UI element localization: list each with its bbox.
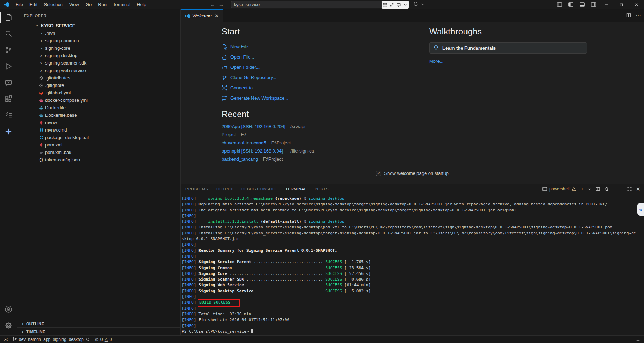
start-link-clone-git-repository[interactable]: Clone Git Repository... <box>222 72 388 83</box>
maven-file-icon <box>38 120 44 126</box>
tree-item-gitignore[interactable]: .gitignore <box>17 82 180 89</box>
expand-arrows-icon[interactable] <box>389 2 394 7</box>
panel-tab-debug-console[interactable]: DEBUG CONSOLE <box>241 184 277 194</box>
maximize-panel-icon[interactable] <box>627 187 632 192</box>
tree-item-mvn[interactable]: ›.mvn <box>17 29 180 37</box>
recent-link[interactable]: backend_tancang <box>222 156 258 162</box>
menu-help[interactable]: Help <box>133 2 149 7</box>
more-actions-icon[interactable]: ··· <box>170 13 176 18</box>
start-link-generate-new-workspace[interactable]: Generate New Workspace... <box>222 93 388 103</box>
tree-item-signing-common[interactable]: ›signing-common <box>17 37 180 44</box>
start-link-open-file[interactable]: Open File... <box>222 52 388 62</box>
recent-link[interactable]: 2090App [SSH: 192.168.0.204] <box>222 124 285 129</box>
menu-edit[interactable]: Edit <box>26 2 40 7</box>
start-link-label: Open Folder... <box>230 65 260 70</box>
toggle-panel-icon[interactable] <box>577 0 588 9</box>
new-terminal-icon[interactable]: + <box>580 186 583 192</box>
tree-item-docker-compose-yml[interactable]: docker-compose.yml <box>17 96 180 104</box>
tab-welcome[interactable]: Welcome ✕ <box>181 9 223 22</box>
start-link-new-file[interactable]: New File... <box>222 42 388 52</box>
bell-icon[interactable] <box>635 337 640 342</box>
search-icon[interactable] <box>0 26 17 42</box>
sync-icon <box>86 337 90 342</box>
tree-item-gitattributes[interactable]: .gitattributes <box>17 74 180 82</box>
toggle-primary-sidebar-icon[interactable] <box>565 0 577 9</box>
account-icon[interactable] <box>0 301 17 317</box>
toggle-secondary-sidebar-icon[interactable] <box>588 0 599 9</box>
show-welcome-checkbox[interactable] <box>376 171 381 176</box>
problems-status[interactable]: ⊘0 △0 <box>95 337 112 342</box>
chat-icon[interactable] <box>0 74 17 91</box>
chevron-down-icon[interactable] <box>588 187 591 191</box>
tree-root[interactable]: ›KYSO_SERVICE <box>17 22 180 29</box>
more-actions-icon[interactable]: ··· <box>635 12 641 19</box>
split-editor-icon[interactable] <box>626 13 631 18</box>
chevron-right-icon: › <box>38 53 44 58</box>
sync-layout-icon[interactable] <box>413 1 419 7</box>
start-link-open-folder[interactable]: Open Folder... <box>222 62 388 72</box>
menu-terminal[interactable]: Terminal <box>110 2 133 7</box>
menu-go[interactable]: Go <box>82 2 95 7</box>
run-debug-icon[interactable] <box>0 58 17 74</box>
minimize-icon[interactable] <box>599 0 614 9</box>
command-center-search[interactable] <box>231 1 382 8</box>
windows-file-icon <box>38 127 44 133</box>
tree-item-signing-scanner-sdk[interactable]: ›signing-scanner-sdk <box>17 59 180 67</box>
settings-gear-icon[interactable] <box>0 317 17 334</box>
tree-item-signing-core[interactable]: ›signing-core <box>17 44 180 52</box>
forward-arrow-icon[interactable]: → <box>219 2 224 7</box>
sidebar-section-outline[interactable]: ›OUTLINE <box>17 320 180 327</box>
lightbulb-icon <box>433 45 439 51</box>
split-terminal-icon[interactable] <box>595 187 600 192</box>
menu-file[interactable]: File <box>12 2 26 7</box>
menu-run[interactable]: Run <box>95 2 110 7</box>
checklist-icon[interactable] <box>0 107 17 123</box>
side-panel-flap[interactable] <box>637 203 644 216</box>
sidebar-section-timeline[interactable]: ›TIMELINE <box>17 327 180 335</box>
panel-tab-output[interactable]: OUTPUT <box>216 184 233 194</box>
back-arrow-icon[interactable]: ← <box>210 2 215 7</box>
source-control-icon[interactable] <box>0 42 17 58</box>
tree-item-pom-xml[interactable]: pom.xml <box>17 141 180 149</box>
customize-layout-icon[interactable] <box>554 0 565 9</box>
tree-item-package-desktop-bat[interactable]: package_desktop.bat <box>17 134 180 141</box>
tree-item-dockerfile[interactable]: Dockerfile <box>17 104 180 111</box>
tree-item-token-config-json[interactable]: {}token-config.json <box>17 156 180 164</box>
grid-icon[interactable] <box>383 2 387 7</box>
panel-tab-terminal[interactable]: TERMINAL <box>285 184 306 194</box>
terminal-instance[interactable]: powershell <box>542 187 577 192</box>
tree-item-gitlab-ci-yml[interactable]: .gitlab-ci.yml <box>17 89 180 96</box>
monitor-icon[interactable] <box>396 2 401 7</box>
tree-item-dockerfile-base[interactable]: Dockerfile.base <box>17 111 180 119</box>
panel-tab-problems[interactable]: PROBLEMS <box>185 184 208 194</box>
terminal-output[interactable]: [INFO] --- spring-boot:3.3.4:repackage (… <box>182 194 643 335</box>
tree-item-mvnw-cmd[interactable]: mvnw.cmd <box>17 126 180 134</box>
sparkle-icon[interactable] <box>0 123 17 140</box>
explorer-icon[interactable] <box>0 9 17 26</box>
recent-link[interactable]: chuyen-doi-tan-cang5 <box>222 140 266 145</box>
more-actions-icon[interactable]: ··· <box>613 186 619 192</box>
remote-indicator[interactable]: >< <box>4 337 7 342</box>
trash-icon[interactable] <box>604 187 609 192</box>
panel-tab-ports[interactable]: PORTS <box>315 184 329 194</box>
start-link-connect-to[interactable]: Connect to... <box>222 83 388 93</box>
more-walkthroughs-link[interactable]: More... <box>429 59 587 64</box>
tree-item-mvnw[interactable]: mvnw <box>17 119 180 126</box>
extensions-icon[interactable] <box>0 91 17 107</box>
terminal-line: [INFO] <box>182 213 643 219</box>
tree-item-signing-desktop[interactable]: ›signing-desktop <box>17 52 180 59</box>
recent-link[interactable]: Project <box>222 132 236 137</box>
recent-link[interactable]: openxpki [SSH: 192.168.0.94] <box>222 148 283 154</box>
menu-view[interactable]: View <box>66 2 82 7</box>
walkthrough-learn-fundamentals[interactable]: Learn the Fundamentals <box>429 42 587 54</box>
tree-item-pom-xml-bak[interactable]: pom.xml.bak <box>17 149 180 156</box>
tree-item-signing-web-service[interactable]: ›signing-web-service <box>17 67 180 74</box>
close-icon[interactable] <box>629 0 644 9</box>
git-branch-status[interactable]: dev_namdh_app_signing_desktop <box>12 337 90 342</box>
menu-selection[interactable]: Selection <box>40 2 66 7</box>
close-tab-icon[interactable]: ✕ <box>214 13 219 18</box>
restore-icon[interactable] <box>614 0 629 9</box>
close-panel-icon[interactable]: ✕ <box>636 186 640 193</box>
chevron-down-icon[interactable] <box>403 2 408 7</box>
chevron-down-icon[interactable] <box>421 2 425 6</box>
